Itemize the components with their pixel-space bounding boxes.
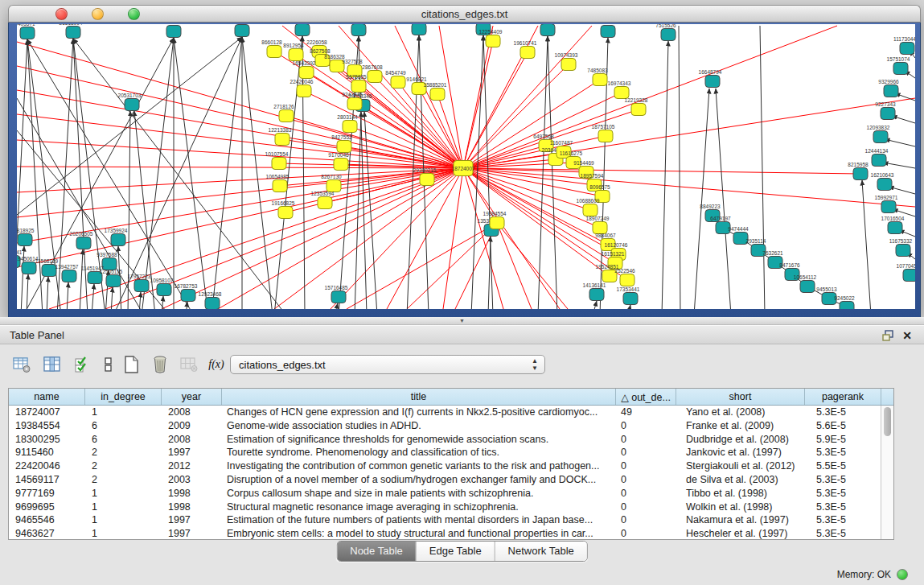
network-canvas[interactable]: 9405571265130043069140618813014194597141… <box>17 24 915 309</box>
create-table-button[interactable] <box>121 354 142 375</box>
graph-node[interactable] <box>561 59 576 71</box>
tab-node-table[interactable]: Node Table <box>337 542 417 561</box>
window-titlebar[interactable]: citations_edges.txt <box>8 5 921 23</box>
tab-edge-table[interactable]: Edge Table <box>417 542 495 561</box>
table-row[interactable]: 1938455462009Genome-wide association stu… <box>9 419 893 433</box>
column-header-pagerank[interactable]: pagerank <box>805 389 881 405</box>
graph-node[interactable] <box>877 179 892 191</box>
table-row[interactable]: 1872400712008Changes of HCN gene express… <box>9 406 893 419</box>
graph-node[interactable] <box>42 265 56 277</box>
graph-node[interactable] <box>272 158 286 170</box>
graph-node[interactable] <box>368 71 382 83</box>
graph-node[interactable] <box>181 290 195 302</box>
tab-network-table[interactable]: Network Table <box>495 542 587 561</box>
graph-node[interactable] <box>661 29 676 41</box>
graph-node[interactable] <box>62 270 76 282</box>
graph-node[interactable] <box>275 134 290 146</box>
row-height-button[interactable] <box>98 354 119 375</box>
graph-node[interactable] <box>20 27 35 39</box>
show-hide-columns-button[interactable] <box>42 354 63 375</box>
graph-node[interactable] <box>893 63 908 75</box>
graph-node[interactable] <box>337 141 351 153</box>
graph-node[interactable] <box>412 24 426 35</box>
graph-node[interactable] <box>589 289 604 301</box>
graph-node[interactable] <box>391 76 405 89</box>
graph-node[interactable] <box>347 98 362 110</box>
graph-node[interactable] <box>66 27 80 39</box>
graph-node[interactable] <box>267 46 281 58</box>
table-options-button[interactable] <box>11 354 32 375</box>
table-scrollbar[interactable] <box>881 406 893 539</box>
table-row[interactable]: 969969511998Structural magnetic resonanc… <box>9 501 893 514</box>
divider-handle-icon[interactable]: ▼ <box>0 317 924 324</box>
graph-node[interactable] <box>157 284 171 296</box>
graph-node[interactable] <box>334 159 348 171</box>
graph-node[interactable] <box>289 49 303 61</box>
float-panel-icon[interactable] <box>881 328 895 343</box>
graph-node[interactable] <box>205 298 220 310</box>
graph-node[interactable] <box>111 234 125 246</box>
table-row[interactable]: 1456911722003Disruption of a novel membe… <box>9 473 893 487</box>
function-builder-button[interactable]: f(x) <box>206 354 227 375</box>
graph-node[interactable] <box>235 25 249 37</box>
attribute-table[interactable]: namein_degreeyeartitle△ out_de...shortpa… <box>8 388 894 540</box>
graph-node[interactable] <box>278 207 293 219</box>
table-row[interactable]: 946554611997Estimation of the future num… <box>9 513 893 527</box>
graph-node[interactable] <box>888 222 902 234</box>
graph-node[interactable] <box>76 237 91 249</box>
graph-node[interactable] <box>593 74 607 86</box>
panel-divider[interactable]: ▼ <box>0 317 924 325</box>
graph-node[interactable] <box>106 275 121 287</box>
graph-node[interactable] <box>872 154 886 167</box>
delete-table-button[interactable] <box>150 354 170 375</box>
column-header-name[interactable]: name <box>9 389 85 405</box>
graph-node[interactable] <box>884 85 898 97</box>
graph-node[interactable] <box>351 24 366 36</box>
graph-node[interactable] <box>331 291 346 303</box>
graph-node[interactable] <box>297 85 311 97</box>
graph-node[interactable] <box>420 174 434 186</box>
network-graph[interactable]: 9405571265130043069140618813014194597141… <box>17 24 915 309</box>
table-select-dropdown[interactable]: citations_edges.txt ▲▼ <box>230 355 545 374</box>
graph-node[interactable] <box>903 270 915 282</box>
graph-node[interactable] <box>601 26 615 38</box>
table-row[interactable]: 946362711997Embryonic stem cells: a mode… <box>9 527 893 540</box>
graph-node[interactable] <box>881 108 895 120</box>
graph-node[interactable] <box>125 99 139 111</box>
graph-node[interactable] <box>900 43 914 55</box>
table-row[interactable]: 2242004622012Investigating the contribut… <box>9 459 893 473</box>
graph-node[interactable] <box>18 234 32 246</box>
graph-node[interactable] <box>620 274 634 286</box>
graph-node[interactable] <box>873 131 888 143</box>
graph-node[interactable] <box>800 281 815 293</box>
column-header-year[interactable]: year <box>162 389 222 405</box>
graph-node[interactable] <box>351 80 366 93</box>
select-all-rows-button[interactable] <box>72 354 93 375</box>
graph-node[interactable] <box>583 204 598 216</box>
graph-node[interactable] <box>705 76 720 88</box>
graph-node[interactable] <box>486 35 500 47</box>
graph-node[interactable] <box>273 180 287 192</box>
table-row[interactable]: 1830029562008Estimation of significance … <box>9 433 893 447</box>
graph-node[interactable] <box>598 130 613 142</box>
close-panel-icon[interactable]: ✕ <box>900 328 914 343</box>
table-row[interactable]: 977716911998Corpus callosum shape and si… <box>9 487 893 501</box>
graph-node[interactable] <box>840 302 854 310</box>
graph-node[interactable] <box>318 197 332 209</box>
graph-node[interactable] <box>853 168 868 180</box>
graph-node[interactable] <box>22 262 36 274</box>
graph-node[interactable] <box>134 280 149 292</box>
graph-node[interactable] <box>490 217 504 229</box>
table-row[interactable]: 911546021997Tourette syndrome. Phenomeno… <box>9 446 893 459</box>
graph-node[interactable] <box>430 89 445 101</box>
graph-node[interactable] <box>881 201 896 213</box>
graph-node[interactable] <box>540 24 555 36</box>
column-header-title[interactable]: title <box>222 389 616 405</box>
graph-node[interactable] <box>343 121 357 133</box>
graph-node[interactable] <box>623 293 638 305</box>
graph-node[interactable] <box>299 67 314 79</box>
column-header-out_degree[interactable]: △ out_de... <box>616 389 676 405</box>
graph-node[interactable] <box>520 47 535 59</box>
column-header-in_degree[interactable]: in_degree <box>85 389 162 405</box>
graph-node[interactable] <box>631 104 646 116</box>
